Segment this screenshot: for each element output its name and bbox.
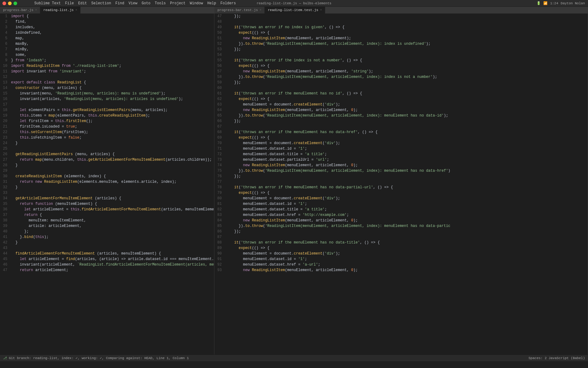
battery-icon: 🔋 bbox=[537, 1, 541, 5]
r-line-90: 90 menuElement = document.createElement(… bbox=[214, 251, 588, 256]
r-line-87: 87 bbox=[214, 234, 588, 240]
editor-container: progress-bar.js × reading-list.js × 1imp… bbox=[0, 7, 588, 355]
menu-edit[interactable]: Edit bbox=[78, 1, 87, 6]
code-line-47: 47 return articleElement; bbox=[0, 267, 214, 273]
left-code-area: 1import { 2 find, 3 includes, 4 isUndefi… bbox=[0, 13, 214, 355]
code-line-33: 33 bbox=[0, 190, 214, 196]
menu-bar: Sublime Text File Edit Selection Find Vi… bbox=[29, 1, 236, 6]
left-tabs-bar: progress-bar.js × reading-list.js × bbox=[0, 7, 214, 13]
r-line-66: 66 }); bbox=[214, 118, 588, 124]
code-line-41: 41 }.bind(this); bbox=[0, 234, 214, 240]
code-line-45: 45 let articleElement = find(articles, (… bbox=[0, 256, 214, 262]
git-status: Git branch: reading-list, index: ✓, work… bbox=[9, 356, 189, 360]
code-line-22: 22 this.setCurrentItem(firstItem); bbox=[0, 129, 214, 135]
statusbar: ⎇ Git branch: reading-list, index: ✓, wo… bbox=[0, 355, 588, 361]
r-line-80: 80 menuElement = document.createElement(… bbox=[214, 196, 588, 201]
code-line-2: 2 find, bbox=[0, 19, 214, 25]
tab-label: reading-list-item.test.js bbox=[268, 8, 318, 12]
code-line-5: 5 map, bbox=[0, 36, 214, 41]
menu-view[interactable]: View bbox=[129, 1, 138, 6]
tab-progress-bar-js[interactable]: progress-bar.js × bbox=[0, 7, 40, 13]
traffic-lights bbox=[0, 2, 17, 5]
minimize-button[interactable] bbox=[8, 2, 12, 5]
r-line-62: 62 expect(() => { bbox=[214, 96, 588, 102]
r-line-72: 72 menuElement.dataset.title = 'a title'… bbox=[214, 151, 588, 157]
menu-selection[interactable]: Selection bbox=[91, 1, 111, 6]
titlebar: Sublime Text File Edit Selection Find Vi… bbox=[0, 0, 588, 7]
r-line-92: 92 menuElement.dataset.href = 'a-url'; bbox=[214, 262, 588, 267]
code-line-1: 1import { bbox=[0, 13, 214, 19]
code-line-20: 20 let firstItem = this.firstItem(); bbox=[0, 118, 214, 124]
code-line-12: 12 bbox=[0, 74, 214, 80]
r-line-73: 73 menuElement.dataset.partialUrl = 'url… bbox=[214, 157, 588, 163]
code-line-28: 28 } bbox=[0, 163, 214, 168]
code-line-23: 23 this.isFetchingItem = false; bbox=[0, 135, 214, 140]
code-line-4: 4 isUndefined, bbox=[0, 30, 214, 36]
r-line-51: 51 new ReadingListItem(menuElement, arti… bbox=[214, 36, 588, 41]
r-line-75: 75 }).to.throw('ReadingListItem(menuElem… bbox=[214, 168, 588, 174]
r-line-84: 84 new ReadingListItem(menuElement, arti… bbox=[214, 218, 588, 223]
code-line-7: 7 minBy, bbox=[0, 47, 214, 52]
tab-close-icon[interactable]: × bbox=[75, 9, 77, 12]
r-line-65: 65 }).to.throw('ReadingListItem(menuElem… bbox=[214, 113, 588, 118]
tab-close-icon[interactable]: × bbox=[320, 9, 322, 12]
r-line-86: 86 }); bbox=[214, 229, 588, 234]
code-line-14: 14 constructor (menu, articles) { bbox=[0, 85, 214, 91]
code-line-36: 36 let articleElement = this.findArticle… bbox=[0, 207, 214, 212]
tab-reading-list-js[interactable]: reading-list.js × bbox=[40, 7, 80, 13]
r-line-88: 88 it('throws an error if the menuElemen… bbox=[214, 240, 588, 245]
r-line-81: 81 menuElement.dataset.id = '1'; bbox=[214, 201, 588, 207]
code-line-24: 24 } bbox=[0, 140, 214, 146]
code-line-16: 16 invariant(articles, 'ReadingList(menu… bbox=[0, 96, 214, 102]
code-line-26: 26 getReadingListElementPairs (menu, art… bbox=[0, 151, 214, 157]
menu-window[interactable]: Window bbox=[190, 1, 203, 6]
r-line-74: 74 new ReadingListItem(menuElement, arti… bbox=[214, 163, 588, 168]
menu-tools[interactable]: Tools bbox=[155, 1, 166, 6]
maximize-button[interactable] bbox=[13, 2, 17, 5]
code-line-17: 17 bbox=[0, 102, 214, 107]
clock: 1:24 bbox=[550, 2, 558, 5]
language-indicator: JavaScript (Babel) bbox=[548, 356, 585, 360]
r-line-53: 53 }); bbox=[214, 47, 588, 52]
menu-sublime[interactable]: Sublime Text bbox=[34, 1, 61, 6]
r-line-79: 79 expect(() => { bbox=[214, 190, 588, 196]
tab-label: reading-list.js bbox=[43, 8, 74, 12]
menu-folders[interactable]: Folders bbox=[221, 1, 236, 6]
tab-reading-list-item-test[interactable]: reading-list-item.test.js × bbox=[265, 7, 325, 13]
r-line-57: 57 new ReadingListItem(menuElement, arti… bbox=[214, 69, 588, 74]
right-tabs-bar: progress-bar.test.js × reading-list-item… bbox=[214, 7, 588, 13]
menu-goto[interactable]: Goto bbox=[141, 1, 150, 6]
spaces-indicator: Spaces: 2 bbox=[529, 356, 547, 360]
menu-find[interactable]: Find bbox=[115, 1, 124, 6]
r-line-48: 48 bbox=[214, 19, 588, 25]
tab-progress-bar-test[interactable]: progress-bar.test.js × bbox=[214, 7, 265, 13]
code-line-18: 18 let elementPairs = this.getReadingLis… bbox=[0, 107, 214, 113]
code-line-46: 46 invariant(articleElement, `ReadingLis… bbox=[0, 262, 214, 267]
code-line-19: 19 this.items = map(elementPairs, this.c… bbox=[0, 113, 214, 118]
left-pane: progress-bar.js × reading-list.js × 1imp… bbox=[0, 7, 214, 355]
code-line-30: 30 createReadingListItem (elements, inde… bbox=[0, 174, 214, 179]
code-line-29: 29 bbox=[0, 168, 214, 174]
right-code-area: 47 }); 48 49 it('throws an error if no i… bbox=[214, 13, 588, 355]
code-line-32: 32 } bbox=[0, 185, 214, 190]
tab-close-icon[interactable]: × bbox=[260, 9, 261, 12]
menu-help[interactable]: Help bbox=[207, 1, 216, 6]
r-line-54: 54 bbox=[214, 52, 588, 58]
tab-close-icon[interactable]: × bbox=[35, 9, 37, 12]
window-title: reading-list-item.js — bulbs-elements bbox=[257, 2, 331, 5]
r-line-70: 70 menuElement = document.createElement(… bbox=[214, 140, 588, 146]
close-button[interactable] bbox=[2, 2, 6, 5]
code-line-35: 35 return function (menuItemElement) { bbox=[0, 201, 214, 207]
r-line-76: 76 }); bbox=[214, 174, 588, 179]
r-line-59: 59 }); bbox=[214, 80, 588, 85]
code-line-31: 31 return new ReadingListItem(elements.m… bbox=[0, 179, 214, 185]
r-line-55: 55 it('throws an error if the index is n… bbox=[214, 58, 588, 63]
tab-label: progress-bar.js bbox=[3, 8, 33, 12]
code-line-37: 37 return { bbox=[0, 212, 214, 218]
r-line-61: 61 it('throws an error if the menuElemen… bbox=[214, 91, 588, 96]
code-line-27: 27 return map(menu.children, this.getArt… bbox=[0, 157, 214, 163]
menu-file[interactable]: File bbox=[65, 1, 74, 6]
r-line-71: 71 menuElement.dataset.id = '1'; bbox=[214, 146, 588, 151]
menu-project[interactable]: Project bbox=[170, 1, 185, 6]
r-line-49: 49 it('throws an error if no index is gi… bbox=[214, 25, 588, 30]
